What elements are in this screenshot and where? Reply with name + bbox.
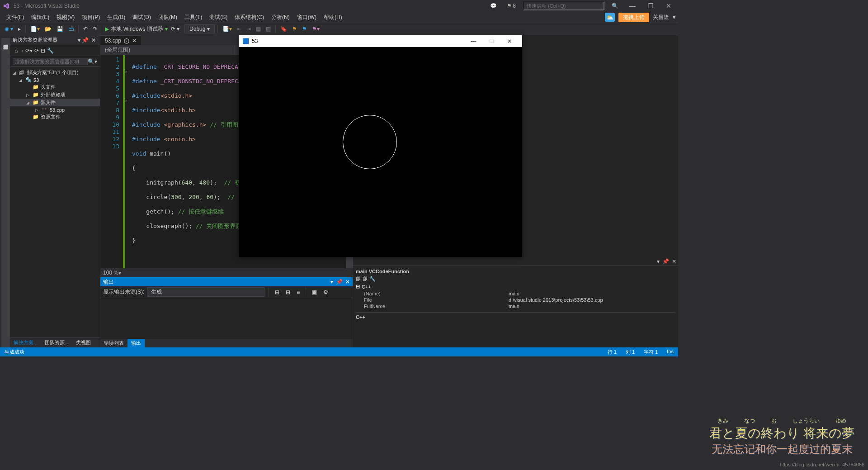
run-button[interactable]: ▶ 本地 Windows 调试器 ▾ — [105, 25, 167, 33]
tree-sources[interactable]: ◢📁源文件 — [10, 99, 100, 106]
menu-team[interactable]: 团队(M) — [155, 13, 181, 22]
user-dropdown-icon[interactable]: ▾ — [673, 14, 675, 20]
error-list-tab[interactable]: 错误列表 — [100, 339, 127, 347]
menu-window[interactable]: 窗口(W) — [293, 13, 320, 22]
restore-button[interactable]: ❐ — [644, 2, 657, 9]
output-cmd-icon[interactable]: ▣ — [310, 288, 319, 296]
console-window[interactable]: 🟦 53 — ☐ ✕ — [239, 35, 522, 257]
undo-button[interactable]: ↶ — [81, 25, 90, 33]
indent-in-button[interactable]: ⇥ — [245, 25, 253, 33]
status-bar: 生成成功 行 1 列 1 字符 1 Ins — [0, 347, 678, 356]
new-project-button[interactable]: 📄▾ — [28, 25, 42, 33]
props-dropdown-icon[interactable]: ▾ — [657, 258, 660, 265]
team-tab[interactable]: 团队资源... — [41, 338, 72, 347]
menu-build[interactable]: 生成(B) — [104, 13, 129, 22]
menu-edit[interactable]: 编辑(E) — [28, 13, 53, 22]
menu-tools[interactable]: 工具(T) — [181, 13, 206, 22]
output-source-combo[interactable]: 生成 — [147, 287, 264, 297]
bp-button-1[interactable]: ⚑ — [290, 25, 299, 33]
close-panel-icon[interactable]: ✕ — [90, 37, 97, 43]
props-row-fullname[interactable]: FullNamemain — [356, 303, 675, 309]
tree-external[interactable]: ▷📁外部依赖项 — [10, 91, 100, 99]
home-icon[interactable]: ⌂ — [13, 47, 19, 55]
cloud-sync-icon[interactable]: ⛅ — [605, 13, 615, 22]
server-explorer-tab[interactable]: 服务器资源管理器 — [1, 38, 10, 347]
collapse-icon[interactable]: ⊟ — [41, 47, 45, 54]
bp-button-3[interactable]: ⚑▾ — [310, 25, 321, 33]
console-maximize-button[interactable]: ☐ — [482, 38, 500, 44]
scope-combo[interactable]: (全局范围) — [100, 45, 235, 55]
solution-tree[interactable]: ◢🗐解决方案"53"(1 个项目) ◢🔩53 📁头文件 ▷📁外部依赖项 ◢📁源文… — [10, 67, 100, 337]
fold-column[interactable]: ⊟⊟ — [125, 55, 130, 268]
class-view-tab[interactable]: 类视图 — [72, 338, 94, 347]
upload-button[interactable]: 拖拽上传 — [618, 13, 649, 22]
zoom-combo[interactable]: 100 % — [103, 270, 118, 276]
pin-tab-icon[interactable]: ⨀ — [124, 38, 129, 44]
minimize-button[interactable]: — — [626, 2, 639, 9]
tree-project[interactable]: ◢🔩53 — [10, 76, 100, 83]
step-button[interactable]: 📑▾ — [221, 25, 234, 33]
menu-view[interactable]: 视图(V) — [53, 13, 78, 22]
comment-button[interactable]: ▤ — [254, 25, 263, 33]
tree-headers[interactable]: 📁头文件 — [10, 83, 100, 91]
notifications-icon[interactable]: ⚑8 — [504, 2, 519, 10]
tree-solution-root[interactable]: ◢🗐解决方案"53"(1 个项目) — [10, 69, 100, 76]
nav-back-button[interactable]: ◉ ▾ — [3, 25, 15, 33]
props-az-icon[interactable]: 🗐 — [363, 276, 368, 282]
solution-search-icon[interactable]: 🔍▾ — [88, 58, 97, 65]
back-icon[interactable]: ◦ — [21, 47, 23, 54]
menu-file[interactable]: 文件(F) — [3, 13, 28, 22]
tree-source-file[interactable]: ▷⁺⁺53.cpp — [10, 106, 100, 113]
props-row-file[interactable]: Filed:\visual studio 2013\projects\53\53… — [356, 297, 675, 303]
menu-help[interactable]: 帮助(H) — [320, 13, 346, 22]
properties-header: main VCCodeFunction — [356, 268, 675, 275]
quick-launch-input[interactable] — [523, 1, 604, 10]
output-wrap-icon[interactable]: ≡ — [295, 288, 302, 296]
close-button[interactable]: ✕ — [662, 2, 675, 9]
console-minimize-button[interactable]: — — [464, 38, 482, 44]
menu-analyze[interactable]: 分析(N) — [268, 13, 293, 22]
props-close-icon[interactable]: ✕ — [672, 258, 676, 265]
output-clear-icon[interactable]: ⊟ — [273, 288, 281, 296]
feedback-icon[interactable]: 💬 — [487, 2, 500, 10]
output-toggle-icon[interactable]: ⊟ — [284, 288, 292, 296]
solution-tab[interactable]: 解决方案... — [10, 338, 41, 347]
props-cat-icon[interactable]: 🗐 — [356, 276, 361, 282]
properties-icon[interactable]: 🔧 — [47, 47, 54, 54]
menu-debug[interactable]: 调试(D) — [129, 13, 155, 22]
save-all-button[interactable]: 🗃 — [66, 25, 75, 33]
pin-icon[interactable]: 📌 — [80, 37, 90, 43]
output-pin-icon[interactable]: 📌 — [336, 279, 343, 285]
sync-icon[interactable]: ⟳▾ — [25, 47, 33, 54]
menu-arch[interactable]: 体系结构(C) — [231, 13, 268, 22]
refresh-button[interactable]: ⟳ ▾ — [169, 25, 181, 33]
props-pin-icon[interactable]: 📌 — [662, 258, 669, 265]
menu-project[interactable]: 项目(P) — [78, 13, 104, 22]
menu-test[interactable]: 测试(S) — [206, 13, 231, 22]
console-close-button[interactable]: ✕ — [500, 38, 519, 44]
props-prop-icon[interactable]: 🔧 — [369, 276, 376, 282]
tree-resources[interactable]: 📁资源文件 — [10, 113, 100, 121]
props-category-cpp[interactable]: ⊟C++ — [356, 283, 675, 290]
redo-button[interactable]: ↷ — [91, 25, 99, 33]
output-dropdown-icon[interactable]: ▾ — [330, 279, 333, 285]
output-close-icon[interactable]: ✕ — [345, 279, 350, 285]
props-row-name[interactable]: (Name)main — [356, 290, 675, 297]
editor-tab-53cpp[interactable]: 53.cpp⨀✕ — [100, 35, 141, 45]
bookmark-button[interactable]: 🔖 — [278, 25, 289, 33]
indent-out-button[interactable]: ⇤ — [235, 25, 243, 33]
solution-search-input[interactable] — [13, 58, 88, 65]
output-body[interactable] — [100, 298, 353, 339]
nav-fwd-button[interactable]: ▸ — [16, 25, 23, 33]
save-button[interactable]: 💾 — [55, 25, 65, 33]
refresh-solution-icon[interactable]: ⟳ — [34, 47, 39, 54]
user-name[interactable]: 关昌隆 — [653, 14, 669, 21]
open-file-button[interactable]: 📂 — [43, 25, 53, 33]
bp-button-2[interactable]: ⚑ — [300, 25, 309, 33]
output-opts-icon[interactable]: ⚙ — [321, 288, 330, 296]
config-combo[interactable]: Debug ▾ — [184, 24, 215, 33]
close-tab-icon[interactable]: ✕ — [132, 38, 137, 44]
uncomment-button[interactable]: ▥ — [264, 25, 273, 33]
search-icon[interactable]: 🔍 — [609, 2, 621, 10]
output-tab[interactable]: 输出 — [127, 339, 145, 347]
